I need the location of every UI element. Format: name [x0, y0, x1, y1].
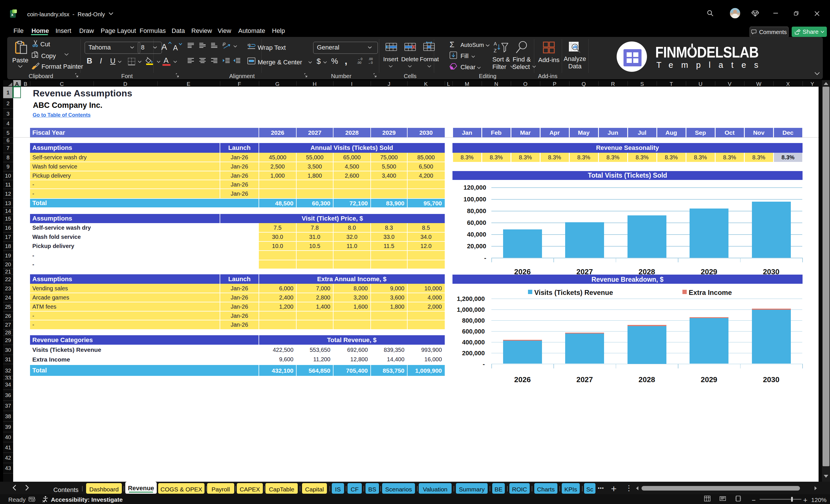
- svg-text:ab: ab: [223, 42, 226, 47]
- svg-text:ab: ab: [247, 43, 251, 46]
- svg-text:Z: Z: [493, 48, 497, 54]
- svg-text:A: A: [493, 41, 497, 46]
- svg-text:x: x: [11, 12, 13, 17]
